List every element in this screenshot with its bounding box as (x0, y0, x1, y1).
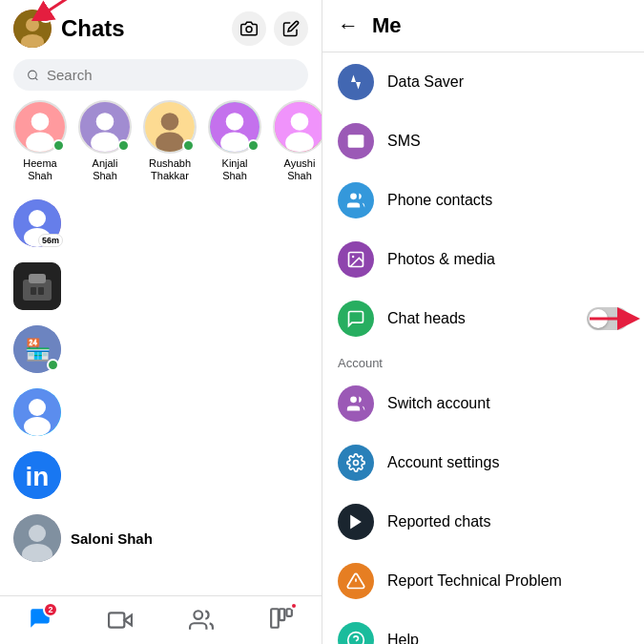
account-section-label: Account (322, 348, 644, 374)
svg-rect-29 (31, 287, 36, 295)
story-item-rushabh[interactable]: RushabhThakkar (143, 100, 197, 182)
online-dot-3 (47, 359, 59, 371)
menu-item-phone-contacts[interactable]: Phone contacts (322, 171, 644, 230)
svg-text:in: in (26, 462, 50, 491)
photos-media-icon (338, 241, 374, 278)
chat-item-3[interactable]: 🏪 (6, 318, 316, 381)
svg-marker-41 (125, 615, 133, 626)
svg-point-24 (29, 210, 46, 227)
nav-chats[interactable]: 2 (28, 606, 52, 634)
camera-button[interactable] (232, 11, 266, 46)
photos-media-label: Photos & media (387, 251, 629, 268)
svg-point-53 (354, 461, 359, 466)
phone-contacts-icon (338, 182, 374, 218)
left-header: 1 Chats (0, 0, 322, 53)
back-button[interactable]: ← (338, 13, 359, 38)
story-item-heema[interactable]: HeemaShah (13, 100, 67, 182)
svg-point-19 (220, 133, 249, 154)
nav-video[interactable] (108, 608, 133, 633)
stories-row: HeemaShah AnjaliShah RushabhThakkar (0, 100, 322, 192)
svg-point-35 (24, 417, 51, 436)
right-panel: ← Me Data Saver SMS Phone contacts (322, 0, 644, 644)
chat-heads-icon (338, 301, 374, 337)
right-panel-title: Me (372, 13, 402, 38)
search-input[interactable] (47, 67, 295, 83)
svg-point-13 (91, 133, 119, 154)
menu-item-data-saver[interactable]: Data Saver (322, 52, 644, 112)
app-title: Chats (61, 15, 125, 42)
right-header: ← Me (322, 0, 644, 52)
story-avatar-ayushi (273, 100, 322, 154)
svg-rect-45 (280, 609, 284, 620)
search-icon (27, 69, 39, 82)
chat-avatar-saloni (13, 514, 61, 562)
menu-item-report-technical[interactable]: Report Technical Problem (322, 551, 644, 611)
user-avatar-container[interactable]: 1 (13, 10, 52, 48)
switch-account-icon (338, 385, 374, 422)
online-indicator-anjali (117, 139, 130, 152)
report-technical-icon (338, 563, 374, 599)
chat-item-saloni[interactable]: Saloni Shah (6, 507, 316, 570)
chat-heads-toggle[interactable] (587, 307, 629, 330)
data-saver-icon (338, 64, 374, 100)
account-settings-icon (338, 445, 374, 481)
chat-time-badge-1: 56m (38, 234, 63, 247)
nav-people[interactable] (189, 608, 214, 633)
header-icons (232, 11, 308, 46)
svg-line-7 (35, 77, 37, 79)
chat-heads-label: Chat heads (387, 310, 573, 327)
menu-item-sms[interactable]: SMS (322, 112, 644, 171)
svg-point-16 (156, 133, 184, 154)
story-item-kinjal[interactable]: KinjalShah (208, 100, 261, 182)
svg-rect-30 (38, 287, 44, 295)
online-indicator-heema (52, 139, 65, 152)
menu-item-photos-media[interactable]: Photos & media (322, 230, 644, 289)
svg-rect-44 (271, 609, 279, 628)
story-name-ayushi: AyushiShah (284, 157, 316, 182)
video-icon (108, 608, 133, 633)
svg-point-1 (26, 18, 39, 31)
people-icon (189, 608, 214, 633)
svg-point-47 (350, 194, 357, 200)
story-name-anjali: AnjaliShah (93, 157, 118, 182)
search-bar[interactable] (13, 59, 308, 91)
chat-name-saloni: Saloni Shah (71, 530, 308, 547)
report-technical-label: Report Technical Problem (387, 572, 629, 590)
svg-point-22 (285, 133, 314, 154)
svg-rect-28 (29, 274, 46, 283)
story-item-ayushi[interactable]: AyushiShah (273, 100, 322, 182)
svg-point-9 (31, 113, 50, 131)
help-icon (338, 622, 374, 644)
svg-text:🏪: 🏪 (25, 338, 52, 364)
compose-button[interactable] (274, 11, 308, 46)
chat-item-2[interactable] (6, 255, 316, 318)
data-saver-label: Data Saver (387, 73, 629, 91)
story-name-kinjal: KinjalShah (222, 157, 248, 182)
svg-rect-46 (286, 609, 291, 616)
chat-avatar-1: 56m (13, 199, 61, 247)
chat-item-4[interactable] (6, 381, 316, 444)
menu-item-help[interactable]: Help (322, 611, 644, 644)
stories-icon (269, 606, 294, 631)
svg-point-52 (350, 397, 357, 404)
online-indicator-kinjal (247, 139, 260, 152)
nav-stories[interactable] (269, 606, 294, 634)
chat-item-1[interactable]: 56m (6, 192, 316, 255)
left-panel: 1 Chats (0, 0, 322, 644)
chat-avatar-5: in (13, 451, 61, 499)
menu-item-account-settings[interactable]: Account settings (322, 433, 644, 492)
sms-icon (338, 123, 374, 159)
chat-info-saloni: Saloni Shah (71, 530, 308, 547)
phone-contacts-label: Phone contacts (387, 192, 629, 209)
help-label: Help (387, 632, 629, 644)
chat-badge: 2 (43, 602, 58, 617)
svg-point-57 (348, 633, 364, 644)
menu-item-chat-heads[interactable]: Chat heads (322, 289, 644, 348)
chat-item-5[interactable]: in (6, 444, 316, 507)
svg-point-39 (29, 525, 46, 542)
menu-item-reported-chats[interactable]: Reported chats (322, 492, 644, 551)
menu-item-switch-account[interactable]: Switch account (322, 374, 644, 433)
story-item-anjali[interactable]: AnjaliShah (78, 100, 132, 182)
notification-badge: 1 (38, 8, 53, 23)
stories-badge (290, 602, 298, 610)
